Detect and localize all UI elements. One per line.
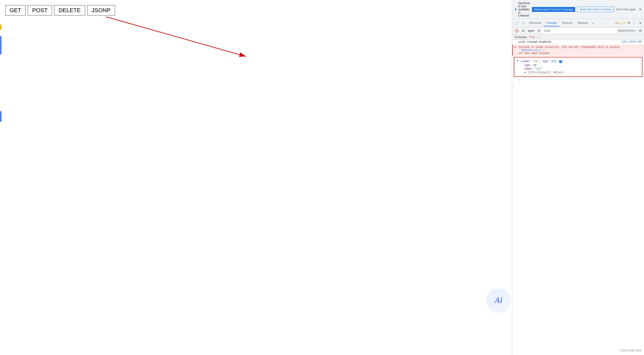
match-language-button[interactable]: Always match Chrome's language — [532, 7, 575, 12]
gear-icon: ⚙ — [627, 21, 631, 25]
age-key: age: — [525, 64, 533, 67]
devtools-tabs-bar: ⬚ □ Elements Console Sources Network » ✕… — [512, 19, 644, 27]
default-levels-dropdown[interactable]: Default levels ▾ — [618, 29, 635, 32]
warn-icon: ⚠ — [620, 21, 623, 24]
live-reload-text: Live reload enabled. — [518, 40, 553, 43]
error-badge: ✕ 1 — [615, 21, 619, 24]
device-icon[interactable]: □ — [520, 20, 526, 26]
issue-err-icon: ✕ — [529, 35, 531, 39]
obj-name-line: name: "zs" — [516, 67, 640, 71]
error-count: 1 — [618, 21, 619, 24]
prototype-text: [[Prototype]]: Object — [528, 71, 564, 74]
csdn-text: CSDN @落七视角 — [620, 349, 641, 352]
warn-count: 11 — [623, 21, 626, 24]
console-toolbar: 🚫 ⚙ top ▾ 👁 Default levels ▾ | ⚙ — [512, 27, 644, 34]
levels-arrow-icon: ▾ — [634, 29, 635, 32]
left-strip-yellow — [0, 25, 2, 30]
info-icon: ℹ — [515, 8, 516, 11]
console-prompt[interactable]: › — [512, 78, 644, 83]
issues-bar: 12 Issues: ✕ 11 ⚠ 1 — [512, 34, 644, 40]
warn-badge: ⚠ 11 — [620, 21, 626, 24]
more-options-button[interactable]: ⋮ — [631, 20, 638, 26]
console-content[interactable]: Live reload enabled. test.html:102 ● Fai… — [512, 40, 644, 355]
notification-text: DevTools is now available in Chinese! — [518, 2, 530, 17]
post-button[interactable]: POST — [28, 5, 52, 16]
button-row: GET POST DELETE JSONP — [5, 5, 115, 16]
tab-network[interactable]: Network — [575, 20, 591, 26]
issue-warn-num: 1 — [539, 35, 541, 39]
error-circle-icon: ● — [514, 46, 516, 49]
error-line-text: Failed to load resource: the server resp… — [519, 46, 620, 49]
top-label: top — [528, 29, 532, 32]
console-gear-icon: ⚙ — [639, 29, 642, 33]
tab-more[interactable]: » — [591, 20, 595, 26]
error-x-icon: ✕ — [615, 21, 617, 24]
issue-warn-icon: ⚠ — [536, 35, 539, 39]
dropdown-arrow-icon: ▾ — [532, 29, 534, 32]
obj-header-line: ▼ {name: 'zs', age: 22} i — [516, 60, 640, 63]
ai-button[interactable]: Ai — [487, 289, 510, 312]
ai-label: Ai — [495, 295, 502, 305]
top-context-dropdown[interactable]: top ▾ — [527, 29, 535, 33]
tab-elements[interactable]: Elements — [527, 20, 544, 26]
external-link-icon: ↗ — [543, 49, 544, 52]
issue-err-num: 11 — [532, 35, 535, 39]
eye-icon-button[interactable]: 👁 — [536, 28, 541, 33]
clear-console-button[interactable]: 🚫 — [514, 28, 520, 33]
issues-warn-count: ⚠ 1 — [536, 35, 541, 39]
red-arrow — [0, 0, 513, 103]
jsonp-button[interactable]: JSONP — [87, 5, 115, 16]
tab-sources[interactable]: Sources — [559, 20, 575, 26]
csdn-watermark: CSDN @落七视角 — [620, 349, 641, 352]
devtools-notification-bar: ℹ DevTools is now available in Chinese! … — [512, 0, 644, 19]
live-reload-file[interactable]: test.html:102 — [622, 40, 642, 43]
age-value: 22 — [533, 64, 537, 67]
obj-age-line: age: 22 — [516, 63, 640, 67]
info-dot: i — [559, 60, 562, 63]
dont-show-again[interactable]: Don't show again — [616, 8, 636, 11]
obj-header-text: {name: 'zs', age: 22} — [521, 60, 557, 63]
issues-label: 12 Issues: — [514, 35, 527, 39]
default-levels-label: Default levels — [618, 29, 633, 32]
prompt-arrow: › — [518, 79, 520, 82]
console-line-error: ● Failed to load resource: the server re… — [512, 45, 644, 56]
name-value: "zs" — [535, 67, 542, 70]
settings-button[interactable]: ⚙ — [627, 20, 631, 25]
issues-error-count: ✕ 11 — [529, 35, 535, 39]
left-strip-blue2 — [0, 47, 2, 54]
devtools-panel: ℹ DevTools is now available in Chinese! … — [512, 0, 644, 355]
console-settings-button[interactable]: ⚙ — [521, 28, 526, 33]
error-file[interactable]: favicon.ico:1 — [521, 49, 541, 52]
cursor-icon[interactable]: ⬚ — [514, 20, 520, 26]
main-page: GET POST DELETE JSONP Ai — [0, 0, 513, 355]
console-settings-icon-button[interactable]: ⚙ — [638, 28, 642, 33]
switch-devtools-button[interactable]: Switch DevTools to Chinese — [577, 7, 614, 12]
console-object-box: ▼ {name: 'zs', age: 22} i age: 22 name: … — [514, 57, 642, 77]
notification-close-button[interactable]: ✕ — [638, 7, 643, 12]
get-button[interactable]: GET — [5, 5, 26, 16]
obj-prototype-line: ▶ [[Prototype]]: Object — [516, 71, 640, 74]
prototype-triangle[interactable]: ▶ — [525, 71, 526, 74]
svg-line-1 — [106, 17, 246, 56]
console-filter-input[interactable] — [543, 28, 617, 33]
console-line-live-reload: Live reload enabled. test.html:102 — [512, 40, 644, 45]
error-extra-text: of 404 (Not Found) — [519, 52, 642, 55]
tab-console[interactable]: Console — [544, 20, 559, 26]
name-key: name: — [525, 67, 535, 70]
delete-button[interactable]: DELETE — [54, 5, 85, 16]
collapse-triangle[interactable]: ▼ — [517, 60, 518, 62]
devtools-close-button[interactable]: ✕ — [638, 20, 643, 26]
left-strip-blue3 — [0, 111, 2, 122]
